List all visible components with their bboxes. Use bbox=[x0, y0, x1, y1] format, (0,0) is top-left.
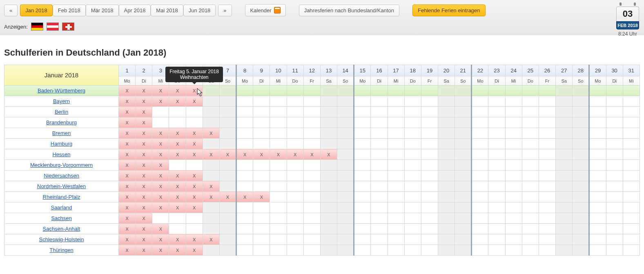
day-cell[interactable] bbox=[573, 202, 589, 213]
day-cell[interactable] bbox=[337, 181, 354, 192]
day-cell[interactable] bbox=[270, 139, 287, 149]
day-cell[interactable] bbox=[556, 85, 573, 96]
day-cell[interactable]: X bbox=[287, 149, 303, 160]
day-cell[interactable] bbox=[270, 234, 287, 245]
day-cell[interactable] bbox=[388, 245, 404, 256]
state-link[interactable]: Rheinland-Pfalz bbox=[43, 194, 80, 200]
day-cell[interactable] bbox=[438, 96, 455, 107]
day-cell[interactable] bbox=[472, 192, 488, 202]
day-cell[interactable] bbox=[354, 171, 371, 181]
flag-germany[interactable] bbox=[31, 22, 43, 31]
day-cell[interactable] bbox=[388, 181, 404, 192]
day-cell[interactable] bbox=[219, 234, 236, 245]
day-cell[interactable] bbox=[303, 96, 320, 107]
day-cell[interactable] bbox=[522, 245, 539, 256]
day-cell[interactable] bbox=[455, 234, 472, 245]
day-cell[interactable] bbox=[573, 139, 589, 149]
day-cell[interactable] bbox=[438, 128, 455, 139]
day-cell[interactable] bbox=[203, 171, 219, 181]
day-cell[interactable] bbox=[303, 245, 320, 256]
day-cell[interactable]: X bbox=[119, 160, 136, 171]
day-cell[interactable]: X bbox=[186, 202, 203, 213]
day-cell[interactable] bbox=[253, 224, 270, 234]
day-cell[interactable]: X bbox=[320, 149, 337, 160]
day-cell[interactable] bbox=[371, 85, 388, 96]
day-cell[interactable] bbox=[455, 149, 472, 160]
day-cell[interactable] bbox=[488, 107, 505, 117]
state-link[interactable]: Thüringen bbox=[49, 247, 74, 253]
day-cell[interactable] bbox=[606, 139, 623, 149]
day-cell[interactable]: X bbox=[119, 128, 136, 139]
day-cell[interactable]: X bbox=[136, 128, 152, 139]
day-cell[interactable] bbox=[354, 149, 371, 160]
day-cell[interactable] bbox=[522, 139, 539, 149]
day-cell[interactable] bbox=[186, 107, 203, 117]
day-cell[interactable] bbox=[337, 85, 354, 96]
day-cell[interactable] bbox=[287, 234, 303, 245]
day-cell[interactable] bbox=[455, 139, 472, 149]
day-cell[interactable] bbox=[371, 202, 388, 213]
day-cell[interactable] bbox=[320, 139, 337, 149]
day-cell[interactable] bbox=[505, 139, 522, 149]
day-cell[interactable] bbox=[455, 85, 472, 96]
day-cell[interactable] bbox=[623, 171, 640, 181]
day-cell[interactable] bbox=[203, 213, 219, 224]
day-cell[interactable] bbox=[421, 117, 438, 128]
day-cell[interactable] bbox=[472, 213, 488, 224]
day-cell[interactable] bbox=[253, 181, 270, 192]
day-cell[interactable]: X bbox=[186, 181, 203, 192]
day-cell[interactable] bbox=[320, 160, 337, 171]
day-cell[interactable]: X bbox=[169, 234, 186, 245]
day-cell[interactable] bbox=[354, 139, 371, 149]
day-cell[interactable] bbox=[522, 117, 539, 128]
day-cell[interactable] bbox=[589, 171, 606, 181]
day-cell[interactable] bbox=[303, 213, 320, 224]
day-cell[interactable] bbox=[388, 202, 404, 213]
day-cell[interactable]: X bbox=[152, 128, 169, 139]
day-cell[interactable] bbox=[522, 107, 539, 117]
day-cell[interactable]: X bbox=[136, 224, 152, 234]
day-cell[interactable] bbox=[606, 234, 623, 245]
day-cell[interactable] bbox=[556, 117, 573, 128]
day-cell[interactable] bbox=[606, 181, 623, 192]
state-link[interactable]: Nordrhein-Westfalen bbox=[37, 183, 86, 189]
day-cell[interactable] bbox=[236, 107, 253, 117]
day-cell[interactable] bbox=[236, 96, 253, 107]
day-cell[interactable]: X bbox=[203, 192, 219, 202]
day-cell[interactable]: X bbox=[119, 139, 136, 149]
day-cell[interactable]: X bbox=[169, 192, 186, 202]
day-cell[interactable] bbox=[371, 171, 388, 181]
day-cell[interactable] bbox=[404, 85, 421, 96]
day-cell[interactable] bbox=[371, 224, 388, 234]
day-cell[interactable] bbox=[287, 139, 303, 149]
day-cell[interactable] bbox=[253, 85, 270, 96]
day-cell[interactable] bbox=[236, 224, 253, 234]
day-cell[interactable] bbox=[438, 224, 455, 234]
day-cell[interactable]: X bbox=[119, 117, 136, 128]
day-cell[interactable] bbox=[253, 202, 270, 213]
day-cell[interactable] bbox=[438, 139, 455, 149]
day-cell[interactable] bbox=[270, 171, 287, 181]
day-cell[interactable] bbox=[388, 213, 404, 224]
day-cell[interactable] bbox=[522, 192, 539, 202]
day-cell[interactable] bbox=[488, 181, 505, 192]
day-cell[interactable] bbox=[421, 107, 438, 117]
day-cell[interactable] bbox=[253, 234, 270, 245]
day-cell[interactable]: X bbox=[136, 234, 152, 245]
day-cell[interactable] bbox=[219, 96, 236, 107]
day-cell[interactable] bbox=[169, 160, 186, 171]
day-cell[interactable] bbox=[236, 202, 253, 213]
day-cell[interactable]: X bbox=[186, 192, 203, 202]
day-cell[interactable] bbox=[270, 181, 287, 192]
day-cell[interactable] bbox=[623, 202, 640, 213]
day-cell[interactable] bbox=[152, 107, 169, 117]
day-cell[interactable] bbox=[219, 85, 236, 96]
day-cell[interactable] bbox=[421, 160, 438, 171]
day-cell[interactable] bbox=[270, 128, 287, 139]
day-cell[interactable] bbox=[589, 107, 606, 117]
day-cell[interactable] bbox=[522, 234, 539, 245]
day-cell[interactable]: X bbox=[236, 149, 253, 160]
day-cell[interactable] bbox=[320, 234, 337, 245]
day-cell[interactable] bbox=[589, 202, 606, 213]
day-cell[interactable] bbox=[219, 160, 236, 171]
